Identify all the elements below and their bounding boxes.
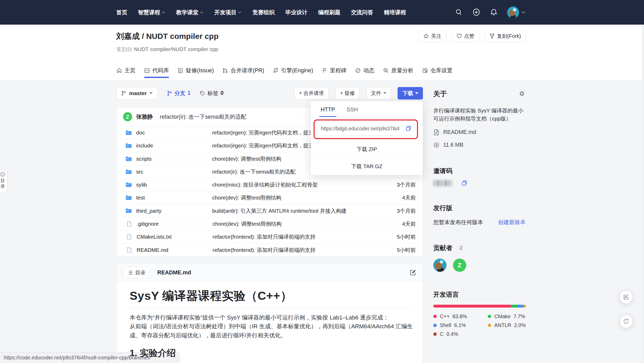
- language-bar: [433, 305, 526, 308]
- tab-pull-requests[interactable]: 合并请求(PR): [222, 61, 264, 80]
- tab-code[interactable]: 代码库: [144, 61, 169, 80]
- folder-icon: [125, 156, 132, 162]
- nav-home[interactable]: 首页: [116, 9, 128, 16]
- language-legend: C++ 83.8% Shell 6.1% C 0.4% CMake 7.7% A…: [433, 314, 526, 337]
- divider: [433, 280, 526, 280]
- branch-selector[interactable]: master: [116, 87, 158, 99]
- legend-item[interactable]: C 0.4%: [433, 331, 488, 337]
- tags-link[interactable]: 标签 0: [200, 89, 224, 97]
- table-row[interactable]: third_party build(antlr): 引入第三方 ANTLR4 r…: [117, 204, 423, 217]
- contributor-avatar[interactable]: [433, 259, 447, 272]
- table-row[interactable]: CMakeLists.txt refactor(frontend): 添加对只编…: [117, 230, 423, 243]
- chevron-down-icon: [161, 10, 166, 15]
- contributor-avatar[interactable]: Z: [453, 259, 466, 272]
- toc-button[interactable]: 目录: [123, 267, 150, 278]
- issue-icon: [178, 68, 183, 73]
- add-icon[interactable]: [472, 8, 480, 16]
- table-row[interactable]: sylib chore(misc): 按目录结构设计初始化工程骨架 3个月前: [117, 178, 423, 191]
- milestone-icon: [322, 68, 327, 73]
- nav-coding-practice[interactable]: 编程刷题: [318, 9, 341, 16]
- tab-milestones[interactable]: 里程碑: [322, 61, 346, 80]
- download-targz[interactable]: 下载 TAR.GZ: [311, 158, 423, 175]
- folder-icon: [125, 182, 132, 188]
- clone-url-field: https://bdgit.educoder.net/p9s376i4: [316, 122, 415, 136]
- fork-button[interactable]: 复刻(Fork): [484, 30, 526, 42]
- tab-issues[interactable]: 疑修(Issue): [178, 61, 214, 80]
- like-button[interactable]: 点赞: [451, 30, 479, 42]
- chevron-down-icon: [383, 92, 386, 94]
- tab-home[interactable]: 主页: [116, 61, 136, 80]
- main-menu: 首页 智慧课程 教学课堂 开发项目 竞赛组织 毕业设计 编程刷题 交流问答 精培…: [116, 9, 406, 16]
- legend-item[interactable]: CMake 7.7%: [488, 314, 526, 319]
- watch-button[interactable]: 关注: [419, 30, 446, 42]
- nav-dev-projects[interactable]: 开发项目: [214, 9, 242, 16]
- tab-quality[interactable]: 质量分析: [383, 61, 413, 80]
- invite-code-blurred: [433, 180, 452, 186]
- download-tab-ssh[interactable]: SSH: [346, 106, 358, 117]
- feedback-note-button[interactable]: [620, 291, 633, 303]
- status-url: https://code.educoder.net/p9s376i4f/nudt…: [4, 355, 150, 361]
- download-tab-http[interactable]: HTTP: [321, 106, 335, 117]
- nav-training[interactable]: 精培课程: [384, 9, 406, 16]
- download-zip[interactable]: 下载 ZIP: [311, 140, 423, 158]
- refresh-button[interactable]: [620, 315, 633, 328]
- folder-icon: [125, 208, 132, 213]
- gear-icon[interactable]: [519, 90, 525, 97]
- readme-link[interactable]: README.md: [433, 129, 526, 136]
- tag-icon: [200, 90, 205, 96]
- legend-item[interactable]: Shell 6.1%: [433, 322, 488, 328]
- fork-icon: [489, 33, 495, 39]
- nav-graduation[interactable]: 毕业设计: [285, 9, 308, 16]
- commit-author[interactable]: 张雅静: [136, 113, 153, 120]
- nav-smart-courses[interactable]: 智慧课程: [138, 9, 165, 16]
- copy-url-button[interactable]: [402, 122, 415, 135]
- search-icon[interactable]: [455, 9, 463, 16]
- legend-item[interactable]: ANTLR 2.0%: [488, 322, 526, 328]
- new-issue-button[interactable]: + 疑修: [335, 87, 360, 99]
- notifications-icon[interactable]: [490, 8, 498, 16]
- chevron-down-icon: [521, 10, 526, 15]
- table-row[interactable]: .gitignore chore(dev): 调整test用例结构 4天前: [117, 217, 423, 230]
- lang-seg-cpp: [433, 305, 511, 308]
- quality-analysis-icon: [383, 68, 389, 73]
- legend-item[interactable]: C++ 83.8%: [433, 314, 488, 319]
- about-title: 关于: [433, 89, 526, 98]
- create-release-link[interactable]: 创建新版本: [498, 218, 526, 226]
- download-button[interactable]: 下载: [398, 87, 423, 99]
- copy-invite-button[interactable]: [461, 180, 468, 186]
- divider: [433, 156, 526, 157]
- tab-activity[interactable]: 动态: [355, 61, 374, 80]
- heart-icon: [456, 33, 462, 39]
- files-button[interactable]: 文件: [366, 87, 391, 99]
- note-edit-icon: [623, 294, 629, 300]
- chevron-down-icon: [150, 92, 153, 94]
- tab-settings[interactable]: 仓库设置: [422, 61, 452, 80]
- table-row[interactable]: README.md refactor(frontend): 添加对只编译前端的支…: [117, 244, 423, 257]
- file-icon: [126, 247, 132, 253]
- refresh-arrow-icon: [623, 318, 629, 324]
- new-pr-button[interactable]: + 合并请求: [294, 87, 329, 99]
- scrollbar[interactable]: [642, 25, 644, 363]
- nav-qa[interactable]: 交流问答: [351, 9, 373, 16]
- lang-seg-shell: [518, 305, 523, 308]
- repo-settings-icon: [422, 68, 428, 73]
- commit-author-avatar[interactable]: Z: [123, 112, 132, 121]
- table-row[interactable]: test chore(dev): 调整test用例结构 4天前: [117, 191, 423, 204]
- fork-from: 复刻自NUDT compiler/NUDT compiler cpp: [116, 46, 218, 53]
- clone-url-input[interactable]: https://bdgit.educoder.net/p9s376i4: [317, 126, 402, 132]
- toc-tab-label: 目: [1, 178, 5, 183]
- nav-teaching[interactable]: 教学课堂: [176, 9, 204, 16]
- nav-competitions[interactable]: 竞赛组织: [252, 9, 275, 16]
- edit-icon: [410, 269, 416, 276]
- tab-engine[interactable]: 引擎(Engine): [273, 61, 313, 80]
- folder-icon: [125, 169, 132, 175]
- user-avatar[interactable]: [507, 6, 519, 18]
- toc-side-tab[interactable]: 目 录: [0, 170, 8, 193]
- edit-readme-icon[interactable]: [410, 269, 416, 276]
- activity-icon: [355, 68, 361, 73]
- fork-source-repo[interactable]: NUDT compiler/NUDT compiler cpp: [134, 46, 218, 52]
- commit-message[interactable]: refactor(ir): 改一下sema相关的适配: [160, 113, 246, 120]
- folder-icon: [125, 195, 132, 201]
- branches-link[interactable]: 分支 1: [167, 89, 191, 97]
- engine-icon: [273, 68, 279, 73]
